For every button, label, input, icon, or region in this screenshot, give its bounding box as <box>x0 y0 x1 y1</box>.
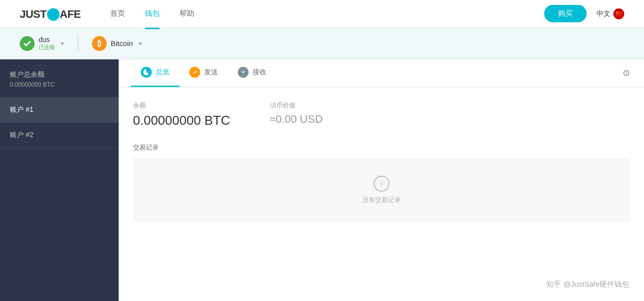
coin-name: Bitcoin <box>111 39 133 48</box>
overview-tab-icon <box>141 67 152 78</box>
balance-section: 余额 0.00000000 BTC 法币价值 ≈0.00 USD <box>133 101 630 128</box>
info-icon: i <box>374 176 389 192</box>
fiat-label: 法币价值 <box>270 101 323 110</box>
device-selector[interactable]: dus 已连接 ▾ <box>20 36 64 51</box>
settings-icon[interactable]: ⚙ <box>622 68 632 79</box>
send-tab-label: 发送 <box>204 68 218 77</box>
content-panel: 总览 发送 接收 ⚙ <box>119 59 644 301</box>
device-status-text: 已连接 <box>39 44 55 51</box>
logo: JUST⬤AFE <box>20 7 81 21</box>
sidebar-total: 账户总余额 0.00000000 BTC <box>0 59 119 98</box>
buy-button[interactable]: 购买 <box>544 5 587 22</box>
coin-chevron-icon: ▾ <box>139 40 142 47</box>
sub-header: dus 已连接 ▾ ₿ Bitcoin ▾ <box>0 28 644 59</box>
balance-label: 余额 <box>133 101 230 110</box>
device-chevron-icon: ▾ <box>61 40 64 47</box>
fiat-value: ≈0.00 USD <box>270 113 323 126</box>
logo-dot: ⬤ <box>46 7 60 20</box>
sidebar-account-1[interactable]: 账户 #1 <box>0 98 119 123</box>
coin-selector[interactable]: ₿ Bitcoin ▾ <box>92 36 142 51</box>
nav-home[interactable]: 首页 <box>110 7 125 20</box>
device-info: dus 已连接 <box>39 36 55 51</box>
tab-receive[interactable]: 接收 <box>228 59 276 87</box>
lang-label: 中文 <box>597 9 610 18</box>
receive-tab-icon <box>238 67 249 78</box>
tab-send[interactable]: 发送 <box>179 59 228 87</box>
device-status-icon <box>20 36 35 51</box>
tx-empty-text: 没有交易记录 <box>362 196 401 204</box>
header-right: 购买 中文 🇨🇳 <box>544 5 624 22</box>
receive-tab-label: 接收 <box>253 68 266 77</box>
send-tab-icon <box>189 67 200 78</box>
flag-icon: 🇨🇳 <box>613 8 624 19</box>
tab-bar: 总览 发送 接收 ⚙ <box>119 59 644 87</box>
fiat-block: 法币价值 ≈0.00 USD <box>270 101 323 128</box>
sidebar-total-amount: 0.00000000 BTC <box>10 81 109 88</box>
overview-tab-label: 总览 <box>156 68 170 77</box>
main-layout: 账户总余额 0.00000000 BTC 账户 #1 账户 #2 总览 <box>0 59 644 301</box>
tx-label: 交易记录 <box>133 143 630 152</box>
sidebar-total-label: 账户总余额 <box>10 70 109 79</box>
nav-help[interactable]: 帮助 <box>179 7 194 20</box>
balance-value: 0.00000000 BTC <box>133 113 230 128</box>
balance-block: 余额 0.00000000 BTC <box>133 101 230 128</box>
tx-section: 交易记录 i 没有交易记录 <box>133 143 630 222</box>
logo-text: JUST⬤AFE <box>20 7 81 21</box>
tab-overview[interactable]: 总览 <box>131 59 179 87</box>
nav-wallet[interactable]: 钱包 <box>145 7 160 20</box>
header: JUST⬤AFE 首页 钱包 帮助 购买 中文 🇨🇳 <box>0 0 644 28</box>
tx-empty-state: i 没有交易记录 <box>133 158 630 222</box>
bitcoin-icon: ₿ <box>92 36 107 51</box>
divider-1 <box>78 36 78 51</box>
sidebar: 账户总余额 0.00000000 BTC 账户 #1 账户 #2 <box>0 59 119 301</box>
sidebar-account-2[interactable]: 账户 #2 <box>0 123 119 148</box>
overview-panel: 余额 0.00000000 BTC 法币价值 ≈0.00 USD 交易记录 i … <box>119 87 644 301</box>
main-nav: 首页 钱包 帮助 <box>110 7 544 20</box>
lang-selector[interactable]: 中文 🇨🇳 <box>597 8 624 19</box>
device-name: dus <box>39 36 55 44</box>
